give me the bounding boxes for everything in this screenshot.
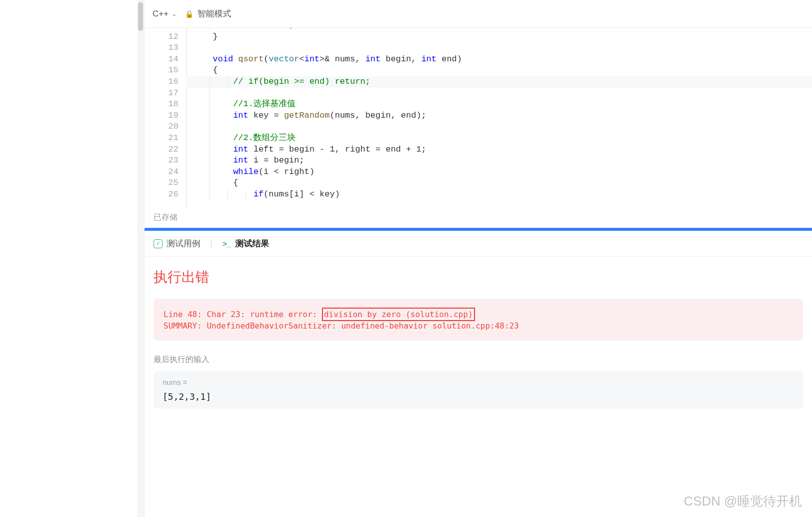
input-box: nums = [5,2,3,1] [154, 371, 803, 409]
smart-mode[interactable]: 🔒 智能模式 [185, 8, 231, 19]
code-line[interactable] [186, 42, 812, 54]
code-line[interactable]: // if(begin >= end) return; [186, 76, 812, 88]
tab-testcases[interactable]: ✓ 测试用例 [154, 238, 200, 249]
indent-guide [209, 121, 210, 133]
line-number: 20 [145, 121, 178, 133]
code-line[interactable]: return nums; [186, 28, 812, 31]
mode-label: 智能模式 [197, 8, 231, 19]
line-number: 26 [145, 189, 178, 200]
indent-guide [245, 189, 246, 200]
lock-icon: 🔒 [185, 10, 193, 18]
terminal-icon: >_ [222, 239, 231, 248]
indent-guide [209, 167, 210, 178]
line-number: 21 [145, 133, 178, 144]
result-tabs: ✓ 测试用例 | >_ 测试结果 [145, 231, 812, 257]
code-line[interactable]: while(i < right) [186, 167, 812, 178]
error-message-box: Line 48: Char 23: runtime error: divisio… [154, 299, 803, 341]
input-value: [5,2,3,1] [162, 391, 794, 402]
code-line[interactable]: int key = getRandom(nums, begin, end); [186, 110, 812, 122]
indent-guide [227, 189, 228, 200]
line-number: 16 [145, 76, 178, 88]
code-line[interactable] [186, 121, 812, 133]
indent-guide [209, 88, 210, 99]
line-number: 13 [145, 42, 178, 54]
code-line[interactable]: //1.选择基准值 [186, 99, 812, 110]
indent-guide [209, 177, 210, 189]
line-number: 17 [145, 88, 178, 99]
error-line-2: SUMMARY: UndefinedBehaviorSanitizer: und… [163, 320, 793, 332]
indent-guide [209, 76, 210, 88]
code-line[interactable]: //2.数组分三块 [186, 133, 812, 144]
sidebar-scrollbar[interactable] [137, 0, 144, 517]
language-label: C++ [153, 9, 168, 19]
editor-toolbar: C++ ⌄ 🔒 智能模式 [145, 0, 812, 28]
indent-guide [209, 189, 210, 200]
input-key: nums = [162, 378, 794, 386]
error-line-1: Line 48: Char 23: runtime error: divisio… [163, 308, 793, 321]
scrollbar-thumb[interactable] [138, 2, 143, 31]
indent-guide [227, 76, 228, 88]
code-editor[interactable]: 11121314151617181920212223242526 return … [145, 28, 812, 207]
result-body: 执行出错 Line 48: Char 23: runtime error: di… [145, 257, 812, 517]
code-line[interactable]: int i = begin; [186, 155, 812, 167]
save-status: 已存储 [145, 207, 812, 228]
error-highlight: division by zero (solution.cpp) [322, 308, 475, 321]
chevron-down-icon: ⌄ [171, 10, 177, 17]
code-line[interactable]: { [186, 177, 812, 189]
line-number: 15 [145, 65, 178, 76]
code-line[interactable]: int left = begin - 1, right = end + 1; [186, 144, 812, 156]
code-line[interactable]: if(nums[i] < key) [186, 189, 812, 200]
code-area[interactable]: return nums; } void qsort(vector<int>& n… [186, 28, 812, 200]
main-panel: C++ ⌄ 🔒 智能模式 111213141516171819202122232… [145, 0, 812, 517]
line-number: 14 [145, 54, 178, 65]
code-line[interactable] [186, 88, 812, 99]
line-number: 22 [145, 144, 178, 156]
indent-guide [209, 133, 210, 144]
code-line[interactable]: { [186, 65, 812, 76]
line-gutter: 11121314151617181920212223242526 [145, 28, 186, 200]
line-number: 25 [145, 177, 178, 189]
tab-separator: | [210, 239, 212, 249]
line-number: 12 [145, 31, 178, 43]
line-number: 23 [145, 155, 178, 167]
indent-guide [209, 110, 210, 122]
code-line[interactable]: void qsort(vector<int>& nums, int begin,… [186, 54, 812, 65]
checkbox-icon: ✓ [154, 239, 162, 248]
line-number: 11 [145, 28, 178, 31]
line-number: 24 [145, 167, 178, 178]
last-input-label: 最后执行的输入 [154, 354, 803, 365]
line-number: 18 [145, 99, 178, 110]
line-number: 19 [145, 110, 178, 122]
indent-guide [209, 155, 210, 167]
indent-guide [209, 144, 210, 156]
sidebar [0, 0, 145, 517]
language-selector[interactable]: C++ ⌄ [153, 9, 177, 19]
tab-results[interactable]: >_ 测试结果 [222, 238, 269, 249]
code-line[interactable]: } [186, 31, 812, 43]
error-title: 执行出错 [154, 268, 803, 287]
indent-guide [209, 99, 210, 110]
indent-guide [209, 28, 210, 31]
